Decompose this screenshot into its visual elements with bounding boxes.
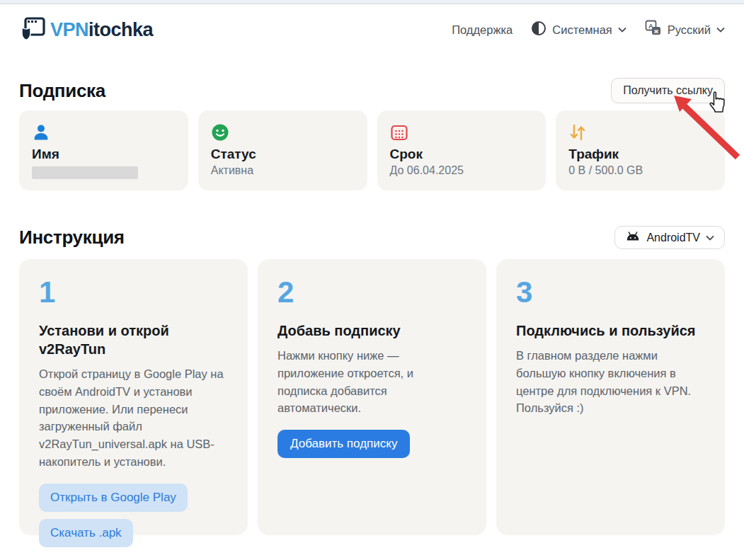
platform-selector-dropdown[interactable]: AndroidTV bbox=[614, 226, 725, 249]
smiley-icon bbox=[211, 123, 355, 142]
subscription-cards: Имя Статус Активна bbox=[19, 110, 725, 190]
name-card: Имя bbox=[19, 110, 188, 190]
brand-name-primary: VPN bbox=[50, 19, 88, 40]
chevron-down-icon bbox=[618, 27, 626, 33]
step-heading: Установи и открой v2RayTun bbox=[39, 321, 228, 358]
status-card: Статус Активна bbox=[198, 110, 367, 190]
header-nav: Поддержка Системная A bbox=[452, 20, 725, 40]
svg-text:ж: ж bbox=[653, 28, 659, 35]
step-buttons: Открыть в Google Play Скачать .apk bbox=[39, 484, 228, 547]
step-card-2: 2 Добавь подписку Нажми кнопку ниже — пр… bbox=[258, 259, 486, 535]
step-number: 1 bbox=[39, 278, 228, 307]
brand-name-secondary: itochka bbox=[88, 19, 153, 40]
platform-selector-label: AndroidTV bbox=[646, 232, 700, 244]
step-heading: Подключись и пользуйся bbox=[516, 321, 705, 340]
support-label: Поддержка bbox=[452, 23, 513, 37]
status-card-label: Статус bbox=[211, 147, 355, 162]
expiry-card-label: Срок bbox=[390, 147, 534, 162]
user-icon bbox=[32, 123, 176, 142]
language-selector[interactable]: A ж Русский bbox=[645, 20, 725, 40]
instructions-title: Инструкция bbox=[19, 227, 125, 248]
header: VPNitochka Поддержка Системная bbox=[19, 4, 725, 44]
expiry-card-value: До 06.04.2025 bbox=[390, 164, 534, 177]
open-google-play-button[interactable]: Открыть в Google Play bbox=[39, 484, 188, 512]
traffic-icon bbox=[568, 123, 712, 142]
translate-icon: A ж bbox=[645, 20, 662, 40]
traffic-card-label: Трафик bbox=[568, 147, 712, 162]
get-link-button[interactable]: Получить ссылку bbox=[611, 78, 725, 103]
language-label: Русский bbox=[668, 23, 711, 37]
expiry-card: Срок До 06.04.2025 bbox=[377, 110, 546, 190]
brand-logo[interactable]: VPNitochka bbox=[19, 15, 153, 45]
step-buttons: Добавить подписку bbox=[277, 430, 467, 458]
name-card-label: Имя bbox=[32, 147, 176, 162]
traffic-card: Трафик 0 B / 500.0 GB bbox=[556, 110, 725, 190]
android-icon bbox=[625, 231, 641, 244]
chevron-down-icon bbox=[706, 235, 714, 241]
add-subscription-button[interactable]: Добавить подписку bbox=[277, 430, 410, 458]
step-body: Открой страницу в Google Play на своём A… bbox=[39, 365, 228, 471]
support-link[interactable]: Поддержка bbox=[452, 23, 513, 37]
traffic-card-value: 0 B / 500.0 GB bbox=[568, 164, 712, 177]
theme-label: Системная bbox=[552, 23, 612, 37]
step-body: В главном разделе нажми большую кнопку в… bbox=[516, 347, 705, 417]
instruction-steps: 1 Установи и открой v2RayTun Открой стра… bbox=[19, 259, 725, 535]
status-card-value: Активна bbox=[211, 164, 355, 177]
step-card-1: 1 Установи и открой v2RayTun Открой стра… bbox=[19, 259, 248, 535]
brand-name: VPNitochka bbox=[50, 19, 153, 41]
step-card-3: 3 Подключись и пользуйся В главном разде… bbox=[496, 259, 725, 535]
logo-icon bbox=[19, 15, 46, 45]
theme-icon bbox=[531, 21, 546, 39]
step-number: 2 bbox=[277, 278, 467, 307]
redacted-name-value bbox=[32, 166, 138, 179]
step-heading: Добавь подписку bbox=[277, 321, 467, 340]
calendar-icon bbox=[390, 123, 534, 142]
subscription-title: Подписка bbox=[19, 80, 105, 102]
instructions-header-row: Инструкция AndroidTV bbox=[19, 226, 725, 249]
theme-selector[interactable]: Системная bbox=[531, 21, 626, 39]
download-apk-button[interactable]: Скачать .apk bbox=[39, 519, 133, 547]
subscription-header-row: Подписка Получить ссылку bbox=[19, 78, 725, 103]
step-body: Нажми кнопку ниже — приложение откроется… bbox=[277, 347, 467, 417]
step-number: 3 bbox=[516, 278, 705, 307]
chevron-down-icon bbox=[716, 27, 725, 33]
